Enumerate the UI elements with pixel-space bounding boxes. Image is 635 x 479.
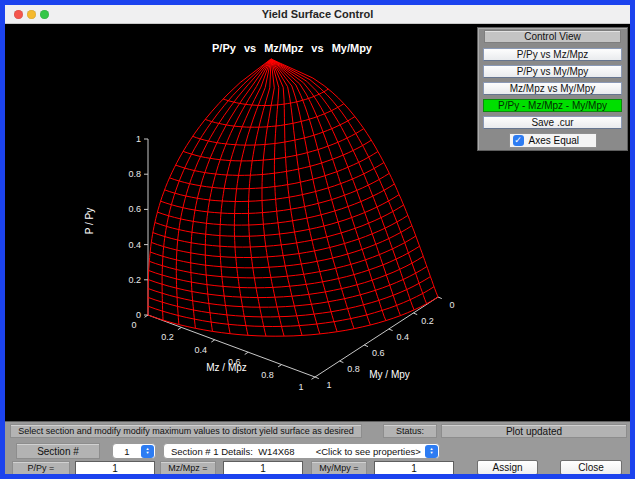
view-button-ppy-vs-mzmpz[interactable]: P/Py vs Mz/Mpz	[483, 48, 622, 61]
svg-text:1: 1	[326, 380, 331, 390]
axes-equal-field: ✓ Axes Equal	[509, 133, 597, 148]
minimize-window-icon[interactable]	[27, 10, 36, 19]
svg-text:1: 1	[298, 382, 303, 392]
checkmark-icon: ✓	[514, 136, 522, 145]
svg-text:0.8: 0.8	[347, 364, 360, 374]
details-stepper-icon[interactable]: ▲▼	[425, 445, 438, 458]
mympy-label: My/Mpy =	[311, 461, 367, 475]
ppy-input[interactable]	[75, 461, 155, 475]
save-cur-button[interactable]: Save .cur	[483, 116, 622, 129]
instruction-label: Select section and modify modify maximum…	[10, 424, 362, 438]
svg-text:0.2: 0.2	[421, 316, 434, 326]
view-button-mzmpz-vs-mympy[interactable]: Mz/Mpz vs My/Mpy	[483, 82, 622, 95]
mzmpz-input[interactable]	[223, 461, 303, 475]
section-details-dropdown[interactable]: Section # 1 Details: W14X68 <Click to se…	[163, 443, 440, 459]
section-details-text: Section # 1 Details: W14X68 <Click to se…	[164, 446, 421, 457]
window-title: Yield Surface Control	[262, 8, 373, 20]
window-controls	[14, 10, 49, 19]
svg-text:0.6: 0.6	[128, 204, 141, 214]
view-button-ppy-vs-mympy[interactable]: P/Py vs My/Mpy	[483, 65, 622, 78]
plot-area: 00.20.40.60.8100.20.40.60.8100.20.40.60.…	[5, 24, 630, 421]
svg-text:0.2: 0.2	[128, 275, 141, 285]
svg-text:0.4: 0.4	[128, 240, 141, 250]
section-number-value: 1	[113, 446, 141, 457]
assign-button[interactable]: Assign	[477, 460, 538, 475]
view-control-panel: Control View P/Py vs Mz/Mpz P/Py vs My/M…	[477, 27, 628, 151]
svg-text:0.8: 0.8	[128, 169, 141, 179]
section-stepper-icon[interactable]: ▲▼	[141, 445, 154, 458]
svg-text:P / Py: P / Py	[84, 208, 95, 235]
svg-text:0: 0	[136, 310, 141, 320]
svg-text:My / Mpy: My / Mpy	[369, 369, 410, 380]
axes-equal-checkbox[interactable]: ✓	[513, 135, 524, 146]
svg-text:0.2: 0.2	[161, 332, 174, 342]
svg-text:0.8: 0.8	[261, 370, 274, 380]
svg-text:0.4: 0.4	[397, 332, 410, 342]
close-button[interactable]: Close	[560, 460, 622, 475]
ppy-label: P/Py =	[12, 461, 70, 475]
control-view-button[interactable]: Control View	[484, 30, 621, 43]
mzmpz-label: Mz/Mpz =	[160, 461, 216, 475]
bottom-control-bar: Select section and modify modify maximum…	[5, 421, 630, 474]
title-bar: Yield Surface Control	[5, 5, 630, 24]
zoom-window-icon[interactable]	[40, 10, 49, 19]
section-number-select[interactable]: 1 ▲▼	[112, 443, 156, 459]
section-number-label: Section #	[16, 443, 100, 459]
yield-surface-control-window: Yield Surface Control 00.20.40.60.8100.2…	[0, 0, 635, 479]
svg-text:Mz / Mpz: Mz / Mpz	[206, 362, 247, 373]
status-label: Status:	[383, 424, 437, 438]
axes-equal-label: Axes Equal	[529, 135, 580, 146]
svg-text:0: 0	[131, 320, 136, 330]
view-button-3d-ppy-mzmpz-mympy[interactable]: P/Py - Mz/Mpz - My/Mpy	[483, 99, 622, 112]
svg-text:0.4: 0.4	[195, 345, 208, 355]
close-window-icon[interactable]	[14, 10, 23, 19]
svg-text:1: 1	[136, 134, 141, 144]
svg-text:0: 0	[449, 300, 454, 310]
svg-text:0.6: 0.6	[372, 348, 385, 358]
svg-text:P/Py vs Mz/Mpz vs My/Mpy: P/Py vs Mz/Mpz vs My/Mpy	[212, 42, 373, 54]
status-value: Plot updated	[441, 424, 627, 438]
mympy-input[interactable]	[374, 461, 454, 475]
